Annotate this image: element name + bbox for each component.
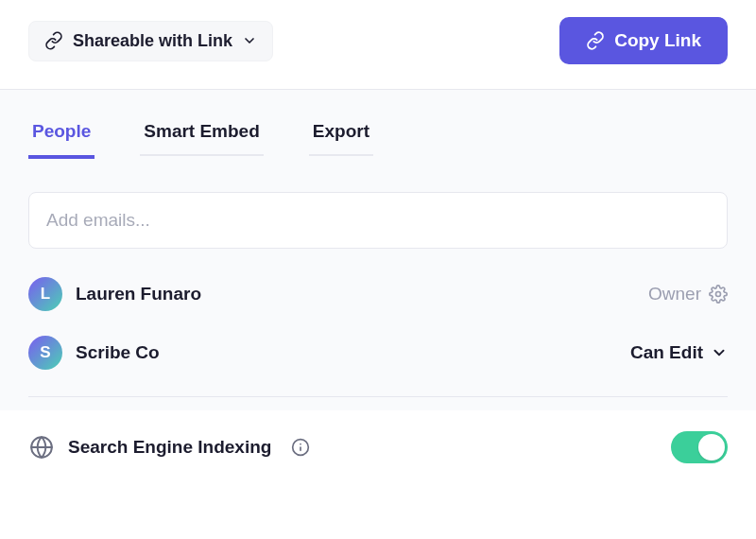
search-indexing-row: Search Engine Indexing xyxy=(0,410,756,463)
chevron-down-icon xyxy=(242,33,257,48)
member-row: L Lauren Funaro Owner xyxy=(28,277,728,311)
share-mode-label: Shareable with Link xyxy=(73,31,232,51)
tab-label: People xyxy=(32,121,91,141)
avatar-initial: L xyxy=(41,285,50,304)
search-indexing-toggle[interactable] xyxy=(671,431,728,463)
link-icon xyxy=(44,31,63,50)
tab-export[interactable]: Export xyxy=(309,115,373,159)
copy-link-label: Copy Link xyxy=(614,30,701,51)
svg-point-0 xyxy=(716,292,721,297)
avatar: L xyxy=(28,277,62,311)
member-name: Lauren Funaro xyxy=(76,284,201,304)
member-name: Scribe Co xyxy=(76,342,160,363)
people-panel: L Lauren Funaro Owner S Scribe Co Can Ed xyxy=(0,158,756,410)
share-mode-dropdown[interactable]: Shareable with Link xyxy=(28,21,273,61)
member-role-owner: Owner xyxy=(648,284,728,304)
toggle-knob xyxy=(698,434,725,461)
avatar-initial: S xyxy=(40,343,50,362)
tab-people[interactable]: People xyxy=(28,115,94,159)
share-header: Shareable with Link Copy Link xyxy=(0,0,756,89)
add-emails-input[interactable] xyxy=(28,192,728,249)
member-row: S Scribe Co Can Edit xyxy=(28,336,728,370)
role-label: Owner xyxy=(648,284,701,304)
tab-smart-embed[interactable]: Smart Embed xyxy=(140,115,263,159)
link-icon xyxy=(586,31,605,50)
tab-label: Export xyxy=(313,121,369,141)
gear-icon[interactable] xyxy=(709,285,728,304)
search-indexing-label: Search Engine Indexing xyxy=(68,437,271,458)
role-label: Can Edit xyxy=(630,342,703,363)
tabs-container: People Smart Embed Export xyxy=(0,89,756,158)
info-icon[interactable] xyxy=(290,437,311,458)
copy-link-button[interactable]: Copy Link xyxy=(559,17,728,64)
chevron-down-icon xyxy=(711,344,728,361)
globe-icon xyxy=(28,434,55,461)
tab-label: Smart Embed xyxy=(144,121,259,141)
member-role-dropdown[interactable]: Can Edit xyxy=(630,342,728,363)
divider xyxy=(28,396,728,397)
avatar: S xyxy=(28,336,62,370)
member-list: L Lauren Funaro Owner S Scribe Co Can Ed xyxy=(28,277,728,370)
